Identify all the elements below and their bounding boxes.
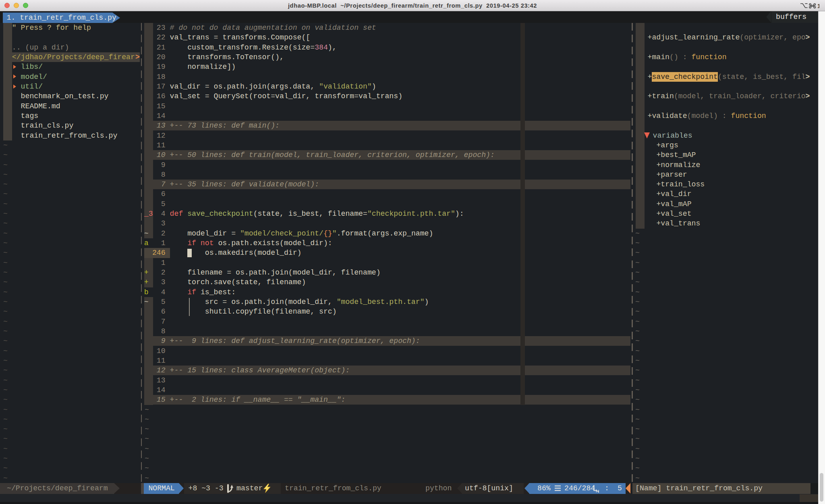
svg-text:1: 1 bbox=[817, 3, 819, 9]
